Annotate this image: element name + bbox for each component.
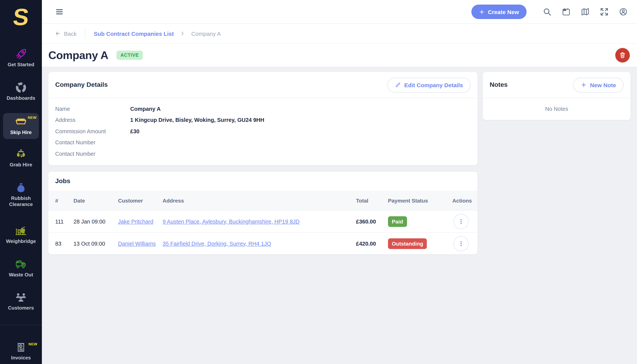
- field-label: Address: [55, 117, 130, 123]
- job-address-link[interactable]: 9 Austen Place, Aylesbury, Buckinghamshi…: [162, 218, 356, 224]
- search-icon: [542, 7, 552, 16]
- sidebar-item-label: Dashboards: [0, 95, 42, 101]
- sidebar-item-waste-out[interactable]: Waste Out: [0, 258, 42, 278]
- job-id: 83: [55, 240, 74, 246]
- breadcrumb-current: Company A: [191, 30, 221, 37]
- sidebar-item-dashboards[interactable]: Dashboards: [0, 82, 42, 101]
- field-row-address: Address 1 Kingcup Drive, Bisley, Woking,…: [55, 114, 470, 126]
- kebab-menu-icon: [458, 240, 464, 247]
- field-label: Name: [55, 106, 130, 112]
- column-header-total: Total: [356, 198, 388, 204]
- status-badge: ACTIVE: [117, 51, 143, 60]
- svg-text:£: £: [20, 344, 22, 348]
- invoice-icon: £: [15, 341, 27, 353]
- notes-title: Notes: [490, 81, 508, 89]
- column-header-payment-status: Payment Status: [388, 198, 452, 204]
- app-root: S Get Started Dashboards NEW: [0, 0, 637, 364]
- column-header-actions: Actions: [452, 198, 472, 204]
- grab-claw-icon: [15, 148, 27, 160]
- kebab-menu-icon: [458, 218, 464, 225]
- top-bar: Create New: [42, 0, 637, 24]
- rubbish-bag-icon: [15, 182, 27, 194]
- topbar-actions: Create New: [472, 0, 628, 24]
- sidebar-item-weighbridge[interactable]: Weighbridge: [0, 225, 42, 244]
- sidebar-item-skip-hire[interactable]: NEW Skip Hire: [3, 113, 39, 139]
- new-note-button[interactable]: New Note: [573, 78, 624, 92]
- job-actions-button[interactable]: [454, 214, 469, 229]
- column-header-id: #: [55, 198, 74, 204]
- company-details-header: Company Details Edit Company Details: [48, 72, 478, 98]
- job-id: 111: [55, 218, 74, 224]
- sidebar-item-label: Weighbridge: [0, 238, 42, 244]
- sidebar-item-label: Invoices: [0, 355, 42, 361]
- trash-icon: [619, 52, 626, 59]
- breadcrumb-divider: [85, 28, 86, 38]
- skip-icon: [15, 116, 27, 128]
- job-date: 28 Jan 09:00: [74, 218, 118, 224]
- job-total: £420.00: [356, 240, 388, 246]
- fullscreen-button[interactable]: [600, 7, 609, 16]
- sidebar-item-customers[interactable]: Customers: [0, 291, 42, 311]
- field-label: Contact Number: [55, 151, 130, 157]
- page-header: Company A ACTIVE: [42, 44, 637, 67]
- job-date: 13 Oct 09:00: [74, 240, 118, 246]
- hamburger-icon: [55, 7, 64, 16]
- sidebar-item-label: Waste Out: [0, 272, 42, 278]
- sidebar-item-label: Get Started: [0, 62, 42, 68]
- sidebar: S Get Started Dashboards NEW: [0, 0, 42, 364]
- company-details-body: Name Company A Address 1 Kingcup Drive, …: [48, 98, 478, 164]
- job-customer-link[interactable]: Daniel Williams: [118, 240, 162, 246]
- new-badge: NEW: [28, 342, 37, 346]
- sidebar-item-get-started[interactable]: Get Started: [0, 48, 42, 68]
- edit-company-details-button[interactable]: Edit Company Details: [387, 78, 470, 92]
- job-total: £360.00: [356, 218, 388, 224]
- jobs-title: Jobs: [48, 172, 478, 191]
- calendar-button[interactable]: [562, 7, 571, 16]
- page-title: Company A: [48, 49, 108, 62]
- breadcrumb-parent-link[interactable]: Sub Contract Companies List: [94, 30, 174, 37]
- job-address-link[interactable]: 35 Fairfield Drive, Dorking, Surrey, RH4…: [162, 240, 356, 246]
- app-logo[interactable]: S: [0, 5, 43, 29]
- field-row-contact-number-2: Contact Number: [55, 148, 470, 159]
- column-header-address: Address: [162, 198, 356, 204]
- account-icon: [619, 7, 628, 16]
- search-button[interactable]: [542, 7, 552, 16]
- column-header-date: Date: [74, 198, 118, 204]
- account-button[interactable]: [619, 7, 628, 16]
- map-icon: [581, 7, 590, 16]
- create-new-button[interactable]: Create New: [472, 4, 526, 19]
- table-row: 111 28 Jan 09:00 Jake Pritchard 9 Austen…: [48, 210, 478, 232]
- payment-status-badge: Outstanding: [388, 238, 427, 249]
- sidebar-item-label: Grab Hire: [0, 162, 42, 168]
- sidebar-divider: [0, 325, 42, 325]
- company-details-card: Company Details Edit Company Details Nam…: [48, 72, 478, 165]
- sidebar-item-label: Rubbish Clearance: [0, 195, 42, 207]
- job-actions-button[interactable]: [454, 236, 469, 251]
- field-value: £30: [130, 128, 139, 134]
- sidebar-item-grab-hire[interactable]: Grab Hire: [0, 148, 42, 168]
- field-value: Company A: [130, 106, 161, 112]
- dashboard-donut-icon: [15, 82, 27, 94]
- sidebar-item-invoices[interactable]: NEW £ Invoices: [0, 341, 42, 361]
- job-customer-link[interactable]: Jake Pritchard: [118, 218, 162, 224]
- notes-card: Notes New Note No Notes: [483, 72, 630, 120]
- edit-button-label: Edit Company Details: [404, 82, 463, 88]
- column-header-customer: Customer: [118, 198, 162, 204]
- customers-icon: [15, 291, 27, 304]
- menu-toggle-button[interactable]: [55, 7, 64, 16]
- field-row-contact-number-1: Contact Number: [55, 137, 470, 148]
- map-button[interactable]: [581, 7, 590, 16]
- pencil-icon: [395, 82, 401, 88]
- jobs-table-header: # Date Customer Address Total Payment St…: [48, 191, 478, 210]
- arrow-left-icon: [55, 30, 61, 36]
- sidebar-item-rubbish-clearance[interactable]: Rubbish Clearance: [0, 182, 42, 207]
- plus-icon: [580, 82, 586, 88]
- chevron-right-icon: [174, 31, 191, 36]
- table-row: 83 13 Oct 09:00 Daniel Williams 35 Fairf…: [48, 232, 478, 254]
- field-row-name: Name Company A: [55, 103, 470, 114]
- new-badge: NEW: [28, 115, 36, 120]
- back-button[interactable]: Back: [55, 30, 77, 37]
- delete-company-button[interactable]: [615, 48, 630, 62]
- field-label: Commission Amount: [55, 128, 130, 134]
- sidebar-item-label: Skip Hire: [3, 130, 39, 135]
